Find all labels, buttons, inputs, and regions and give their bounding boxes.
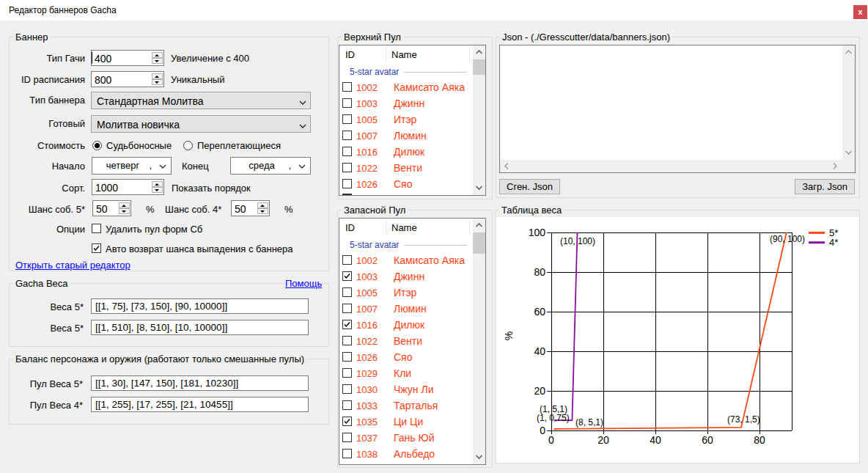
svg-text:(90, 100): (90, 100) xyxy=(770,234,805,244)
svg-text:20: 20 xyxy=(534,385,545,397)
svg-text:4*: 4* xyxy=(829,237,838,248)
svg-text:(73, 1,5): (73, 1,5) xyxy=(727,414,760,425)
svg-text:60: 60 xyxy=(534,306,545,318)
svg-text:60: 60 xyxy=(702,434,713,446)
svg-text:20: 20 xyxy=(597,434,609,446)
svg-text:(8, 5,1): (8, 5,1) xyxy=(575,417,603,428)
svg-text:(1, 0,75): (1, 0,75) xyxy=(537,413,570,423)
svg-text:80: 80 xyxy=(534,266,545,278)
svg-text:0: 0 xyxy=(540,425,545,436)
svg-text:100: 100 xyxy=(529,227,546,238)
svg-text:%: % xyxy=(503,331,515,340)
svg-text:(10, 100): (10, 100) xyxy=(560,236,595,246)
svg-text:0: 0 xyxy=(548,434,554,446)
svg-text:80: 80 xyxy=(754,434,765,446)
svg-text:40: 40 xyxy=(650,434,661,446)
svg-text:40: 40 xyxy=(534,345,545,357)
